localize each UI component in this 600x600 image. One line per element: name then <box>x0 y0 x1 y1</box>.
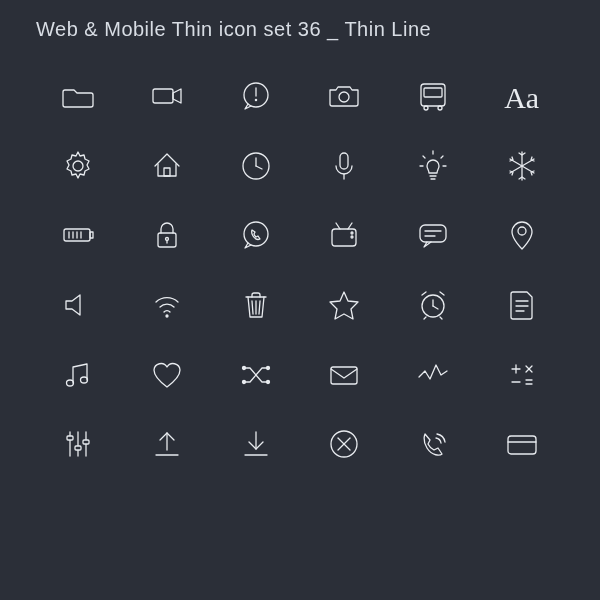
upload-icon <box>149 426 185 466</box>
svg-point-35 <box>244 222 268 246</box>
svg-rect-73 <box>75 446 81 450</box>
video-camera-icon <box>149 78 185 118</box>
clock-icon <box>238 148 274 188</box>
svg-rect-72 <box>67 436 73 440</box>
music-note-icon <box>60 357 96 397</box>
icon-grid: Aa <box>0 41 600 581</box>
svg-point-42 <box>518 227 526 235</box>
svg-point-60 <box>266 380 269 383</box>
wifi-icon <box>149 287 185 327</box>
svg-point-9 <box>73 161 83 171</box>
lock-icon <box>149 217 185 257</box>
svg-rect-10 <box>164 168 170 176</box>
svg-rect-0 <box>153 89 173 103</box>
phone-bubble-icon <box>238 217 274 257</box>
svg-line-13 <box>256 166 262 169</box>
svg-rect-27 <box>90 232 93 238</box>
lightbulb-icon <box>415 148 451 188</box>
svg-line-51 <box>440 317 442 319</box>
battery-icon <box>60 217 96 257</box>
bus-icon <box>415 78 451 118</box>
phone-call-icon <box>415 426 451 466</box>
svg-line-49 <box>433 306 438 309</box>
equalizer-sliders-icon <box>60 426 96 466</box>
cancel-circle-icon <box>326 426 362 466</box>
alarm-clock-icon <box>415 287 451 327</box>
speaker-icon <box>60 287 96 327</box>
math-operators-icon <box>504 357 540 397</box>
svg-rect-61 <box>331 367 357 384</box>
svg-rect-74 <box>83 440 89 444</box>
svg-line-50 <box>424 317 426 319</box>
star-icon <box>326 287 362 327</box>
svg-line-44 <box>252 301 253 314</box>
svg-line-46 <box>259 301 260 314</box>
camera-icon <box>326 78 362 118</box>
heart-icon <box>149 357 185 397</box>
home-icon <box>149 148 185 188</box>
svg-rect-14 <box>340 153 348 169</box>
svg-rect-39 <box>420 225 446 242</box>
download-icon <box>238 426 274 466</box>
shuffle-icon <box>238 357 274 397</box>
svg-rect-6 <box>424 88 442 97</box>
chat-bubble-icon <box>415 217 451 257</box>
svg-point-58 <box>242 380 245 383</box>
location-pin-icon <box>504 217 540 257</box>
mail-envelope-icon <box>326 357 362 397</box>
page-title: Web & Mobile Thin icon set 36 _ Thin Lin… <box>0 0 600 41</box>
svg-point-7 <box>424 106 428 110</box>
svg-point-38 <box>351 236 353 238</box>
alert-bubble-icon <box>238 78 274 118</box>
svg-rect-82 <box>508 436 536 454</box>
svg-point-8 <box>438 106 442 110</box>
folder-icon <box>60 78 96 118</box>
svg-line-19 <box>423 156 425 158</box>
svg-point-37 <box>351 232 353 234</box>
activity-icon <box>415 357 451 397</box>
svg-line-20 <box>441 156 443 158</box>
snowflake-icon <box>504 148 540 188</box>
tv-icon <box>326 217 362 257</box>
svg-point-43 <box>166 315 168 317</box>
svg-point-3 <box>255 99 256 100</box>
typography-icon: Aa <box>504 81 539 115</box>
svg-point-57 <box>242 366 245 369</box>
credit-card-icon <box>504 426 540 466</box>
document-icon <box>504 287 540 327</box>
svg-point-59 <box>266 366 269 369</box>
trash-icon <box>238 287 274 327</box>
svg-point-4 <box>339 92 349 102</box>
gear-icon <box>60 148 96 188</box>
microphone-icon <box>326 148 362 188</box>
